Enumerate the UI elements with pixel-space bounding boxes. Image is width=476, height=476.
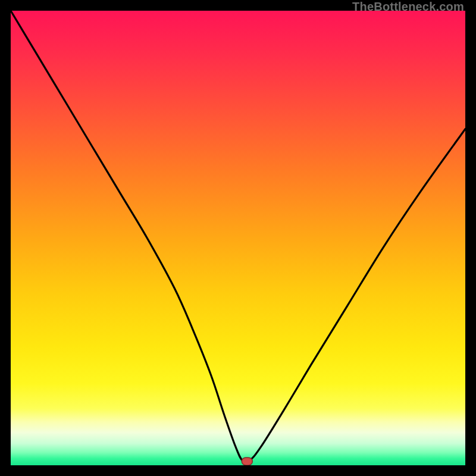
watermark-text: TheBottleneck.com [352, 0, 464, 14]
plot-area [11, 11, 465, 465]
chart-svg [11, 11, 465, 465]
optimal-point-marker [242, 458, 252, 465]
chart-frame: TheBottleneck.com [0, 0, 476, 476]
gradient-background [11, 11, 465, 465]
